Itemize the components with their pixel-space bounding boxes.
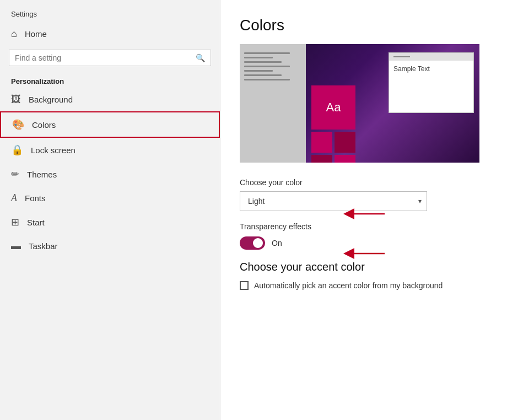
toggle-knob <box>253 238 263 248</box>
nav-label-colors: Colors <box>32 120 56 130</box>
nav-label-start: Start <box>27 218 45 227</box>
transparency-section: Transparency effects On تنظیم اعمال افکت… <box>240 222 488 250</box>
color-dropdown[interactable]: Light Dark Custom <box>240 191 427 211</box>
taskbar-line-6 <box>244 74 282 76</box>
window-body: Sample Text <box>389 61 473 77</box>
themes-icon: ✏ <box>11 168 19 180</box>
arrow-svg-2 <box>343 245 387 262</box>
toggle-on-label: On <box>272 239 282 247</box>
preview-window: Sample Text <box>389 52 474 113</box>
sidebar-item-lock-screen[interactable]: 🔒 Lock screen <box>0 138 220 162</box>
search-icon: 🔍 <box>196 53 205 62</box>
preview-area: Aa Sample Text <box>240 44 479 163</box>
transparency-toggle[interactable] <box>240 236 265 250</box>
preview-tiles: Aa <box>311 85 366 157</box>
nav-label-taskbar: Taskbar <box>29 241 58 251</box>
colors-icon: 🎨 <box>12 119 24 131</box>
taskbar-line-4 <box>244 66 290 67</box>
annotation-arrow-1 <box>343 206 387 224</box>
nav-label-lock-screen: Lock screen <box>31 146 75 155</box>
small-tile-1 <box>311 132 332 153</box>
taskbar-line-2 <box>244 57 273 58</box>
taskbar-icon: ▬ <box>11 240 21 252</box>
home-nav-item[interactable]: ⌂ Home <box>0 23 220 45</box>
choose-color-section: Choose your color Light Dark Custom ▾ تن… <box>240 178 488 211</box>
sidebar-item-themes[interactable]: ✏ Themes <box>0 162 220 186</box>
nav-label-background: Background <box>29 95 73 104</box>
window-titlebar <box>389 53 473 61</box>
taskbar-line-1 <box>244 52 290 54</box>
main-content: Colors Aa <box>220 0 507 420</box>
color-dropdown-wrapper: Light Dark Custom ▾ <box>240 191 427 211</box>
taskbar-lines <box>244 52 301 80</box>
nav-label-themes: Themes <box>27 170 57 179</box>
big-tile: Aa <box>311 85 355 130</box>
auto-accent-row: Automatically pick an accent color from … <box>240 281 488 290</box>
taskbar-line-3 <box>244 61 282 63</box>
page-title: Colors <box>240 17 488 34</box>
nav-label-fonts: Fonts <box>25 193 46 203</box>
personalization-label: Personalization <box>0 73 220 88</box>
home-icon: ⌂ <box>11 28 17 40</box>
home-label: Home <box>25 29 47 39</box>
background-icon: 🖼 <box>11 94 21 105</box>
auto-accent-checkbox[interactable] <box>240 281 249 290</box>
auto-accent-label: Automatically pick an accent color from … <box>254 281 443 290</box>
search-input[interactable] <box>15 53 196 62</box>
sidebar-item-taskbar[interactable]: ▬ Taskbar <box>0 234 220 258</box>
small-tiles <box>311 132 355 157</box>
window-title-line <box>393 56 410 57</box>
transparency-label: Transparency effects <box>240 222 488 231</box>
fonts-icon: A <box>11 192 17 204</box>
small-tile-2 <box>335 132 355 153</box>
sidebar-item-colors[interactable]: 🎨 Colors <box>0 111 220 138</box>
search-container: 🔍 <box>9 50 211 66</box>
preview-taskbar <box>240 44 306 163</box>
annotation-arrow-2 <box>343 245 387 264</box>
accent-color-section: Choose your accent color Automatically p… <box>240 261 488 290</box>
sample-text: Sample Text <box>393 65 430 73</box>
lock-icon: 🔒 <box>11 144 23 156</box>
app-title: Settings <box>0 0 220 23</box>
arrow-svg-1 <box>343 206 387 222</box>
sidebar-item-background[interactable]: 🖼 Background <box>0 88 220 111</box>
taskbar-line-5 <box>244 70 273 72</box>
small-tile-3 <box>311 155 332 163</box>
taskbar-line-7 <box>244 79 290 80</box>
start-icon: ⊞ <box>11 216 19 228</box>
small-tile-4 <box>335 155 355 163</box>
sidebar-item-fonts[interactable]: A Fonts <box>0 186 220 210</box>
sidebar-item-start[interactable]: ⊞ Start <box>0 210 220 234</box>
choose-color-label: Choose your color <box>240 178 488 187</box>
sidebar: Settings ⌂ Home 🔍 Personalization 🖼 Back… <box>0 0 220 420</box>
